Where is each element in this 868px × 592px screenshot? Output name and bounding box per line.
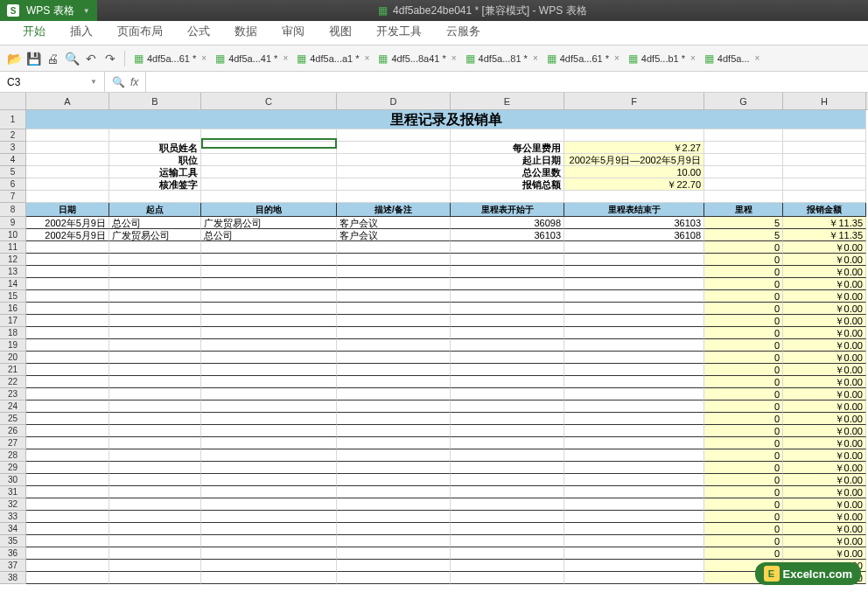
cell[interactable]: 0 [704,498,783,511]
cell[interactable]: 10.00 [564,166,704,178]
cell[interactable] [564,129,704,142]
cell[interactable] [337,535,451,547]
cell[interactable] [201,352,337,364]
cell[interactable] [26,449,109,462]
cell[interactable] [26,166,109,178]
cell[interactable] [337,191,451,203]
cell[interactable]: 0 [704,474,783,486]
print-preview-icon[interactable]: 🔍 [63,50,80,67]
cell[interactable] [451,278,564,290]
cell[interactable]: 0 [704,327,783,339]
document-tab[interactable]: ▦4df5...b1 *× [625,51,699,66]
ribbon-tab-2[interactable]: 页面布局 [105,18,175,45]
cell[interactable] [451,572,564,584]
chevron-down-icon[interactable]: ▼ [83,7,90,15]
cell[interactable]: 0 [704,535,783,547]
cell[interactable] [201,142,337,154]
cell[interactable] [451,376,564,388]
cell[interactable] [337,413,451,425]
row-header[interactable]: 2 [0,129,26,142]
cell[interactable]: 客户会议 [337,217,451,229]
document-tab[interactable]: ▦4df5a...a1 *× [293,51,373,66]
cell[interactable] [26,413,109,425]
cell[interactable] [26,191,109,203]
cell[interactable] [783,142,866,154]
cell[interactable] [109,290,201,303]
cell[interactable]: 0 [704,364,783,376]
cell[interactable] [564,241,704,254]
ribbon-tab-0[interactable]: 开始 [10,18,58,45]
cell[interactable] [451,425,564,437]
cell[interactable] [109,278,201,290]
cell[interactable] [704,166,783,178]
cell[interactable] [109,474,201,486]
column-header[interactable]: B [109,93,201,109]
cell[interactable]: ￥0.00 [783,486,866,498]
cell[interactable] [201,498,337,511]
row-header[interactable]: 11 [0,241,26,254]
cell[interactable] [564,254,704,266]
cell[interactable] [26,303,109,315]
cell[interactable] [201,266,337,278]
cell[interactable]: 0 [704,462,783,474]
column-header[interactable]: F [564,93,704,109]
cell[interactable]: 广发贸易公司 [201,217,337,229]
cell[interactable] [564,278,704,290]
cell[interactable] [337,241,451,254]
cell[interactable]: 0 [704,290,783,303]
cell[interactable] [451,191,564,203]
cell[interactable]: 职员姓名 [109,142,201,154]
name-box[interactable]: C3 ▼ [0,72,105,92]
cell[interactable] [337,166,451,178]
row-header[interactable]: 37 [0,560,26,572]
cell[interactable] [109,486,201,498]
cell[interactable] [337,290,451,303]
cell[interactable]: ￥0.00 [783,376,866,388]
cell[interactable]: ￥2.27 [564,142,704,154]
cell[interactable]: ￥11.35 [783,229,866,241]
cell[interactable] [337,364,451,376]
cell[interactable] [26,364,109,376]
cell[interactable] [564,498,704,511]
row-header[interactable]: 29 [0,462,26,474]
cell[interactable]: ￥0.00 [783,266,866,278]
cell[interactable] [337,327,451,339]
cell[interactable] [451,498,564,511]
cell[interactable] [109,425,201,437]
cell[interactable] [109,376,201,388]
row-header[interactable]: 32 [0,498,26,511]
cell[interactable] [201,166,337,178]
cell[interactable] [783,166,866,178]
row-header[interactable]: 28 [0,449,26,462]
cell[interactable]: ￥0.00 [783,388,866,400]
cell[interactable] [564,327,704,339]
row-header[interactable]: 20 [0,352,26,364]
cell[interactable] [109,388,201,400]
cell[interactable] [109,400,201,413]
cell[interactable]: 广发贸易公司 [109,229,201,241]
row-header[interactable]: 36 [0,547,26,560]
cell[interactable] [201,425,337,437]
row-header[interactable]: 15 [0,290,26,303]
cell[interactable] [201,437,337,449]
cell[interactable] [26,266,109,278]
row-header[interactable]: 3 [0,142,26,154]
cell[interactable] [337,154,451,166]
cell[interactable]: ￥0.00 [783,437,866,449]
cell[interactable] [337,352,451,364]
cell[interactable]: ￥0.00 [783,413,866,425]
cell[interactable] [201,388,337,400]
cell[interactable] [337,339,451,352]
cell[interactable] [451,388,564,400]
cell[interactable] [337,142,451,154]
cell[interactable] [201,462,337,474]
cell[interactable] [451,547,564,560]
cell[interactable]: ￥0.00 [783,511,866,523]
cell[interactable]: ￥0.00 [783,290,866,303]
cell[interactable] [26,572,109,584]
cell[interactable] [201,178,337,191]
column-header[interactable]: H [783,93,866,109]
cell[interactable]: 36098 [451,217,564,229]
cell[interactable]: 运输工具 [109,166,201,178]
cell[interactable] [26,339,109,352]
